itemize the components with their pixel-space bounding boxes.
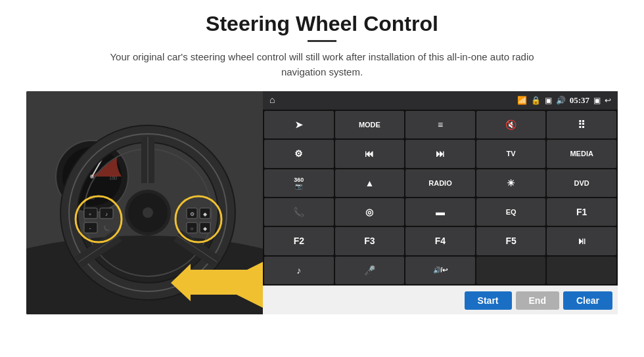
steering-wheel-image: 120 60 0 180 — [26, 91, 263, 314]
screen-icon: ▣ — [593, 96, 601, 106]
svg-text:⚙: ⚙ — [190, 211, 195, 217]
bottom-action-bar: Start End Clear — [263, 285, 618, 314]
nav-btn[interactable]: ➤ — [264, 111, 334, 138]
back-icon[interactable]: ↩ — [605, 96, 611, 106]
f5-btn[interactable]: F5 — [476, 227, 546, 255]
nav2-btn[interactable]: ◎ — [335, 198, 405, 226]
brightness-btn[interactable]: ☀ — [476, 169, 546, 197]
music-btn[interactable]: ♪ — [264, 257, 334, 284]
f2-btn[interactable]: F2 — [264, 227, 334, 255]
bluetooth-icon: 🔊 — [556, 96, 566, 106]
cam360-btn[interactable]: 360📷 — [264, 169, 334, 197]
tv-btn[interactable]: TV — [476, 140, 546, 167]
end-button[interactable]: End — [516, 291, 559, 310]
empty-btn-1 — [476, 257, 546, 284]
svg-text:📞: 📞 — [103, 225, 110, 232]
next-btn[interactable]: ⏭ — [405, 140, 475, 167]
lock-icon: 🔒 — [531, 96, 541, 106]
f1-btn[interactable]: F1 — [547, 198, 616, 226]
mute-btn[interactable]: 🔇 — [476, 111, 546, 138]
media-btn[interactable]: MEDIA — [547, 140, 616, 167]
phone-btn[interactable]: 📞 — [264, 198, 334, 226]
status-icons: 📶 🔒 ▣ 🔊 05:37 ▣ ↩ — [517, 95, 611, 106]
svg-text:♪: ♪ — [105, 211, 108, 217]
svg-text:◆: ◆ — [203, 211, 208, 217]
svg-text:○: ○ — [191, 226, 194, 232]
page-container: Steering Wheel Control Your original car… — [0, 0, 644, 357]
status-bar: ⌂ 📶 🔒 ▣ 🔊 05:37 ▣ ↩ — [263, 91, 618, 110]
status-time: 05:37 — [570, 95, 589, 106]
radio-btn[interactable]: RADIO — [405, 169, 475, 197]
settings-btn[interactable]: ⚙ — [264, 140, 334, 167]
svg-rect-41 — [191, 270, 263, 295]
vol-phone-btn[interactable]: 🔊/↩ — [405, 257, 475, 284]
clear-button[interactable]: Clear — [563, 291, 612, 310]
prev-btn[interactable]: ⏮ — [335, 140, 405, 167]
f3-btn[interactable]: F3 — [335, 227, 405, 255]
control-panel: ⌂ 📶 🔒 ▣ 🔊 05:37 ▣ ↩ ➤ MODE ≡ 🔇 ⠿ — [263, 91, 618, 314]
start-button[interactable]: Start — [465, 291, 512, 310]
home-icon[interactable]: ⌂ — [269, 95, 275, 106]
eject-btn[interactable]: ▲ — [335, 169, 405, 197]
empty-btn-2 — [547, 257, 616, 284]
svg-text:-: - — [89, 226, 91, 232]
svg-text:+: + — [89, 211, 92, 217]
page-title: Steering Wheel Control — [206, 12, 438, 36]
apps-btn[interactable]: ⠿ — [547, 111, 616, 138]
mode-btn[interactable]: MODE — [335, 111, 405, 138]
button-grid: ➤ MODE ≡ 🔇 ⠿ ⚙ ⏮ ⏭ TV MEDIA 360📷 ▲ RADIO… — [263, 110, 618, 285]
dvd-btn[interactable]: DVD — [547, 169, 616, 197]
svg-point-22 — [143, 207, 153, 218]
svg-text:◆: ◆ — [203, 226, 208, 232]
page-subtitle: Your original car's steering wheel contr… — [92, 50, 552, 79]
playpause-btn[interactable]: ⏯ — [547, 227, 616, 255]
sd-icon: ▣ — [545, 96, 552, 106]
list-btn[interactable]: ≡ — [405, 111, 475, 138]
content-row: 120 60 0 180 — [26, 91, 618, 314]
f4-btn[interactable]: F4 — [405, 227, 475, 255]
display-btn[interactable]: ▬ — [405, 198, 475, 226]
mic-btn[interactable]: 🎤 — [335, 257, 405, 284]
title-divider — [308, 40, 336, 42]
wifi-icon: 📶 — [517, 96, 527, 106]
eq-btn[interactable]: EQ — [476, 198, 546, 226]
